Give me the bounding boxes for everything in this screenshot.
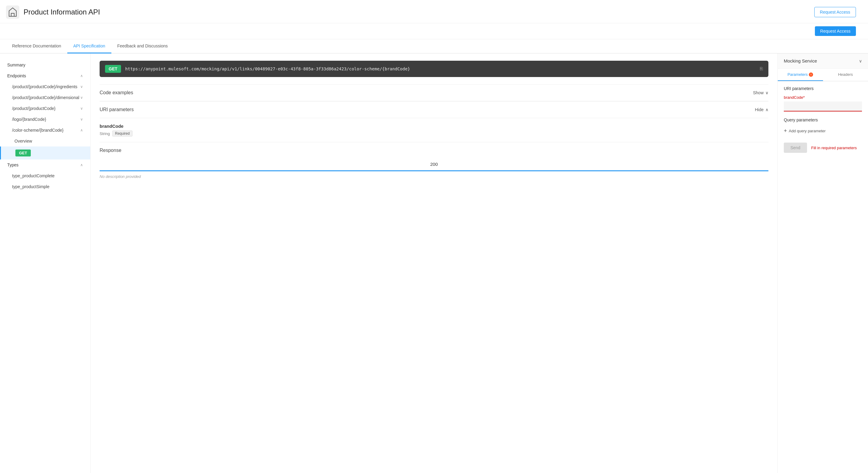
code-examples-title: Code examples [100,90,133,95]
sidebar-item-endpoints[interactable]: Endpoints ∧ [0,70,90,81]
panel-tab-parameters[interactable]: Parameters ! [778,68,823,81]
sidebar-item-color-scheme[interactable]: /color-scheme/{brandCode} ∧ [0,125,90,136]
url-bar: GET https://anypoint.mulesoft.com/mockin… [100,61,768,77]
brandcode-param-block: brandCode String Required [100,118,768,142]
product-dimensional-chevron: ∨ [80,95,83,100]
panel-tab-headers[interactable]: Headers [823,68,868,81]
main-layout: Summary Endpoints ∧ /product/{productCod… [0,54,868,473]
product-code-chevron: ∨ [80,106,83,111]
endpoints-chevron: ∧ [80,74,83,78]
panel-content: URI parameters brandCode* Query paramete… [778,81,868,158]
panel-title: Mocking Service [784,58,817,63]
sidebar-item-overview[interactable]: Overview [0,136,90,147]
panel-chevron-icon[interactable]: ∨ [859,59,862,63]
response-section: Response 200 No description provided [100,142,768,184]
panel-brandcode-input[interactable] [784,101,862,112]
fill-required-text: Fill in required parameters [811,146,857,150]
add-query-param-button[interactable]: + Add query parameter [784,126,862,135]
sidebar-item-type-complete[interactable]: type_productComplete [0,170,90,181]
panel-uri-params-title: URI parameters [784,86,862,91]
add-icon: + [784,128,787,134]
sidebar-item-get[interactable]: GET [0,147,90,159]
product-ingredients-chevron: ∨ [80,85,83,89]
panel-header: Mocking Service ∨ [778,54,868,68]
app-title: Product Information API [24,8,100,16]
logo-brand-chevron: ∨ [80,117,83,121]
color-scheme-chevron: ∧ [80,128,83,132]
header-left: Product Information API [6,5,100,19]
uri-parameters-chevron: ∧ [765,107,768,112]
tab-api-specification[interactable]: API Specification [67,39,112,54]
header: Product Information API Request Access [0,0,868,23]
code-examples-section: Code examples Show ∨ [100,84,768,101]
sidebar-item-types[interactable]: Types ∧ [0,159,90,170]
url-text: https://anypoint.mulesoft.com/mocking/ap… [125,66,756,71]
request-access-button-1[interactable]: Request Access [814,7,856,17]
brandcode-param-name: brandCode [100,123,768,129]
sidebar-item-summary[interactable]: Summary [0,59,90,70]
brandcode-param-type: String [100,131,110,136]
sidebar-item-logo-brand[interactable]: /logo/{brandCode} ∨ [0,114,90,125]
svg-rect-0 [6,5,19,19]
types-chevron: ∧ [80,163,83,167]
url-method-badge: GET [105,65,121,73]
tabs-bar: Reference Documentation API Specificatio… [0,39,868,54]
send-button[interactable]: Send [784,143,807,153]
code-examples-toggle[interactable]: Show ∨ [753,90,768,95]
uri-parameters-row: URI parameters Hide ∧ [100,101,768,118]
sidebar-item-product-dimensional[interactable]: /product/{productCode}/dimensional ∨ [0,92,90,103]
brandcode-param-required: Required [112,130,132,137]
get-badge: GET [16,149,31,156]
uri-parameters-toggle[interactable]: Hide ∧ [755,107,768,112]
sidebar-item-product-ingredients[interactable]: /product/{productCode}/ingredients ∨ [0,81,90,92]
panel-query-params-title: Query parameters [784,118,862,122]
content-area: GET https://anypoint.mulesoft.com/mockin… [91,54,777,473]
tab-feedback[interactable]: Feedback and Discussions [112,39,174,54]
code-examples-row: Code examples Show ∨ [100,85,768,101]
response-code-bar: 200 [100,158,768,171]
send-area: Send Fill in required parameters [784,143,862,153]
copy-icon[interactable]: ⎘ [760,66,763,71]
response-title: Response [100,148,768,153]
brandcode-param-meta: String Required [100,130,768,137]
sidebar: Summary Endpoints ∧ /product/{productCod… [0,54,91,473]
tab-reference[interactable]: Reference Documentation [6,39,67,54]
header2: Request Access [0,23,868,39]
code-examples-chevron: ∨ [765,90,768,95]
sidebar-item-type-simple[interactable]: type_productSimple [0,181,90,192]
warning-icon: ! [809,72,813,77]
response-no-description: No description provided [100,171,768,179]
right-panel: Mocking Service ∨ Parameters ! Headers U… [777,54,868,473]
uri-parameters-title: URI parameters [100,107,134,112]
panel-tabs: Parameters ! Headers [778,68,868,81]
sidebar-item-product-code[interactable]: /product/{productCode} ∨ [0,103,90,114]
panel-brandcode-label: brandCode* [784,95,862,100]
logo-icon [6,5,19,19]
uri-parameters-section: URI parameters Hide ∧ brandCode String R… [100,101,768,142]
request-access-button-2[interactable]: Request Access [815,26,856,36]
